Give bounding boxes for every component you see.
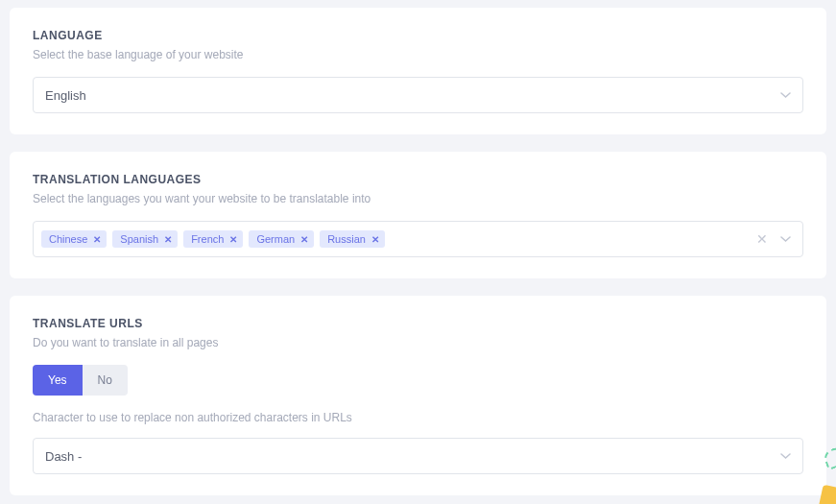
remove-tag-icon[interactable]: ✕	[229, 234, 237, 245]
language-tag: German✕	[249, 230, 314, 248]
translation-title: TRANSLATION LANGUAGES	[33, 173, 803, 186]
clear-all-icon[interactable]: ✕	[756, 231, 768, 247]
translation-desc: Select the languages you want your websi…	[33, 192, 803, 205]
translate-urls-desc: Do you want to translate in all pages	[33, 336, 803, 349]
tag-label: French	[191, 233, 224, 245]
remove-tag-icon[interactable]: ✕	[164, 234, 172, 245]
tag-label: Chinese	[49, 233, 87, 245]
translate-urls-toggle: Yes No	[33, 365, 128, 396]
remove-tag-icon[interactable]: ✕	[300, 234, 308, 245]
language-desc: Select the base language of your website	[33, 48, 803, 61]
language-tag: French✕	[183, 230, 243, 248]
language-section: LANGUAGE Select the base language of you…	[10, 8, 826, 134]
translate-urls-title: TRANSLATE URLS	[33, 317, 803, 330]
translate-urls-section: TRANSLATE URLS Do you want to translate …	[10, 296, 826, 495]
translation-section: TRANSLATION LANGUAGES Select the languag…	[10, 152, 826, 278]
chevron-down-icon	[779, 89, 791, 101]
chevron-down-icon[interactable]	[779, 233, 791, 245]
url-char-value: Dash -	[45, 449, 82, 464]
chevron-down-icon	[779, 450, 791, 462]
remove-tag-icon[interactable]: ✕	[93, 234, 101, 245]
language-tag: Spanish✕	[112, 230, 178, 248]
toggle-yes-button[interactable]: Yes	[33, 365, 83, 396]
language-title: LANGUAGE	[33, 29, 803, 42]
language-tag: Russian✕	[320, 230, 385, 248]
tag-label: Russian	[327, 233, 366, 245]
translation-multiselect[interactable]: Chinese✕Spanish✕French✕German✕Russian✕ ✕	[33, 221, 803, 257]
url-char-select[interactable]: Dash -	[33, 438, 803, 474]
language-select[interactable]: English	[33, 77, 803, 113]
tag-label: Spanish	[120, 233, 158, 245]
language-select-value: English	[45, 88, 86, 103]
url-char-desc: Character to use to replace non authoriz…	[33, 411, 803, 424]
remove-tag-icon[interactable]: ✕	[371, 234, 379, 245]
toggle-no-button[interactable]: No	[83, 365, 128, 396]
tag-label: German	[256, 233, 295, 245]
language-tag: Chinese✕	[41, 230, 107, 248]
